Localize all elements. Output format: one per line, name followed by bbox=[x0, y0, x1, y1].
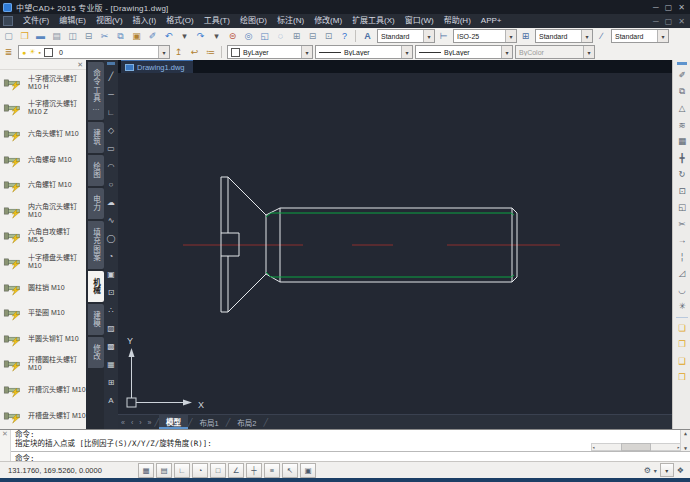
screw-list-item[interactable]: 内六角沉头螺钉 M10 bbox=[0, 198, 86, 224]
polyline-tool[interactable]: ∟ bbox=[105, 103, 118, 121]
dim-style-combo[interactable]: ISO-25▾ bbox=[453, 29, 517, 43]
palette-tab[interactable]: 填充图案 bbox=[88, 221, 104, 269]
screw-list-item[interactable]: 开槽盘头螺钉 M10 bbox=[0, 403, 86, 429]
screw-list-item[interactable]: 半圆头铆钉 M10 bbox=[0, 326, 86, 352]
save-button[interactable]: ▬ bbox=[33, 29, 48, 44]
offset-button[interactable]: ≋ bbox=[675, 117, 690, 134]
menu-item[interactable]: 编辑(E) bbox=[54, 14, 91, 28]
menu-item[interactable]: 帮助(H) bbox=[439, 14, 476, 28]
lineweight-combo[interactable]: ByLayer▾ bbox=[415, 45, 513, 59]
command-history[interactable]: 命令:指定块的插入点或 [比例因子(S)/X/Y/Z/旋转角度(R)]: ◂ ▸… bbox=[11, 430, 690, 461]
menu-item[interactable]: 视图(V) bbox=[91, 14, 128, 28]
print-button[interactable]: ▤ bbox=[49, 29, 64, 44]
linetype-combo[interactable]: ByLayer▾ bbox=[315, 45, 413, 59]
copy-button[interactable]: ⧉ bbox=[675, 84, 690, 101]
make-object-layer-current-button[interactable]: ↥ bbox=[171, 45, 186, 60]
minimize-button[interactable]: ─ bbox=[653, 3, 659, 12]
osnap-toggle[interactable]: □ bbox=[210, 463, 226, 478]
palette-tab[interactable]: 建模 bbox=[88, 304, 104, 335]
close-button[interactable]: ✕ bbox=[678, 3, 685, 12]
screw-list-item[interactable]: 开槽沉头螺钉 M10 bbox=[0, 377, 86, 403]
insert-block-tool[interactable]: ▣ bbox=[105, 265, 118, 283]
screw-list-item[interactable]: 十字槽盘头螺钉 M10 bbox=[0, 249, 86, 275]
maximize-button[interactable]: ▢ bbox=[665, 3, 673, 12]
make-block-tool[interactable]: ⊡ bbox=[105, 283, 118, 301]
circle-tool[interactable]: ○ bbox=[105, 175, 118, 193]
scroll-up-icon[interactable]: ▲ bbox=[684, 430, 687, 436]
layer-properties-manager-button[interactable]: ≣ bbox=[1, 45, 16, 60]
ducs-toggle[interactable]: ┼ bbox=[246, 463, 262, 478]
fillet-button[interactable]: ◡ bbox=[675, 282, 690, 299]
move-button[interactable]: ╋ bbox=[675, 150, 690, 167]
layout-tab[interactable]: 布局1 bbox=[193, 415, 226, 429]
chamfer-button[interactable]: ◿ bbox=[675, 265, 690, 282]
screw-list-item[interactable]: 平垫圈 M10 bbox=[0, 300, 86, 326]
dyn-toggle[interactable]: ↖ bbox=[282, 463, 298, 478]
command-vscrollbar[interactable]: ▲ ▼ bbox=[680, 430, 690, 451]
otrack-toggle[interactable]: ∠ bbox=[228, 463, 244, 478]
toolbar-grip[interactable] bbox=[107, 62, 115, 65]
menu-item[interactable]: 文件(F) bbox=[18, 14, 54, 28]
ortho-toggle[interactable]: ∟ bbox=[174, 463, 190, 478]
hatch-tool[interactable]: ▨ bbox=[105, 319, 118, 337]
palette-close-icon[interactable]: ✕ bbox=[77, 61, 83, 69]
layout-nav-icon[interactable]: › bbox=[136, 419, 144, 426]
extend-button[interactable]: → bbox=[675, 232, 690, 249]
doc-restore-button[interactable]: ▢ bbox=[665, 17, 673, 26]
screw-list-item[interactable]: 六角头螺钉 M10 bbox=[0, 121, 86, 147]
layout-tab[interactable]: 模型 bbox=[159, 415, 188, 429]
doc-close-button[interactable]: ✕ bbox=[678, 17, 685, 26]
screw-list-item[interactable]: 圆柱销 M10 bbox=[0, 275, 86, 301]
construction-line-tool[interactable]: ─ bbox=[105, 85, 118, 103]
new-button[interactable]: ▢ bbox=[1, 29, 16, 44]
palette-tab[interactable]: 修改 bbox=[88, 337, 104, 368]
palette-tab[interactable]: 机械 bbox=[88, 271, 104, 302]
break-button[interactable]: ╎ bbox=[675, 249, 690, 266]
line-tool[interactable]: ╱ bbox=[105, 67, 118, 85]
screw-list-item[interactable]: 十字槽沉头螺钉 M10 H bbox=[0, 70, 86, 96]
erase-button[interactable]: ✐ bbox=[675, 67, 690, 84]
layout-nav-icon[interactable]: ‹ bbox=[128, 419, 136, 426]
layout-tab[interactable]: 布局2 bbox=[230, 415, 263, 429]
scroll-left-icon[interactable]: ◂ bbox=[592, 444, 595, 450]
send-to-back-button[interactable]: ❐ bbox=[675, 336, 690, 353]
gear-dropdown-icon[interactable]: ▾ bbox=[654, 467, 657, 474]
redo-button[interactable]: ↷ bbox=[193, 29, 208, 44]
menu-item[interactable]: 格式(O) bbox=[161, 14, 199, 28]
doc-minimize-button[interactable]: ─ bbox=[653, 17, 659, 26]
mtext-tool[interactable]: A bbox=[105, 391, 118, 409]
region-tool[interactable]: ▦ bbox=[105, 355, 118, 373]
color-combo[interactable]: ByLayer▾ bbox=[227, 45, 313, 59]
grid-toggle[interactable]: ▤ bbox=[156, 463, 172, 478]
toolbar-grip[interactable] bbox=[677, 62, 687, 65]
undo-dropdown[interactable]: ▾ bbox=[177, 29, 192, 44]
rectangle-tool[interactable]: ▭ bbox=[105, 139, 118, 157]
polygon-tool[interactable]: ◇ bbox=[105, 121, 118, 139]
trim-button[interactable]: ✂ bbox=[675, 216, 690, 233]
cut-button[interactable]: ✂ bbox=[97, 29, 112, 44]
layer-combo[interactable]: ● ☀ ▪ 0 ▾ bbox=[18, 45, 170, 59]
bring-above-button[interactable]: ❑ bbox=[675, 353, 690, 370]
explode-button[interactable]: ✳ bbox=[675, 298, 690, 315]
layer-previous-button[interactable]: ↩ bbox=[187, 45, 202, 60]
point-tool[interactable]: ∴ bbox=[105, 301, 118, 319]
ellipse-tool[interactable]: ◯ bbox=[105, 229, 118, 247]
screw-list-item[interactable]: 六角自攻螺钉 M5.5 bbox=[0, 224, 86, 250]
stretch-button[interactable]: ◱ bbox=[675, 199, 690, 216]
redo-dropdown[interactable]: ▾ bbox=[209, 29, 224, 44]
menu-item[interactable]: 扩展工具(X) bbox=[347, 14, 400, 28]
paste-button[interactable]: ▣ bbox=[129, 29, 144, 44]
menu-item[interactable]: 工具(T) bbox=[199, 14, 235, 28]
clean-screen-icon[interactable]: ❖ bbox=[677, 466, 684, 475]
command-hscrollbar[interactable]: ◂ ▸ bbox=[591, 443, 681, 451]
layout-nav-icon[interactable]: « bbox=[118, 419, 128, 426]
lineweight-toggle[interactable]: ≡ bbox=[264, 463, 280, 478]
command-close-icon[interactable]: ✕ bbox=[2, 430, 8, 438]
table-style-combo[interactable]: Standard▾ bbox=[535, 29, 593, 43]
rotate-button[interactable]: ↻ bbox=[675, 166, 690, 183]
drawing-viewport[interactable]: Y X bbox=[118, 73, 672, 415]
palette-tab[interactable]: 命令工具… bbox=[88, 62, 104, 120]
publish-button[interactable]: ⊟ bbox=[81, 29, 96, 44]
named-views-button[interactable]: ⊟ bbox=[305, 29, 320, 44]
menu-item[interactable]: 标注(N) bbox=[272, 14, 309, 28]
